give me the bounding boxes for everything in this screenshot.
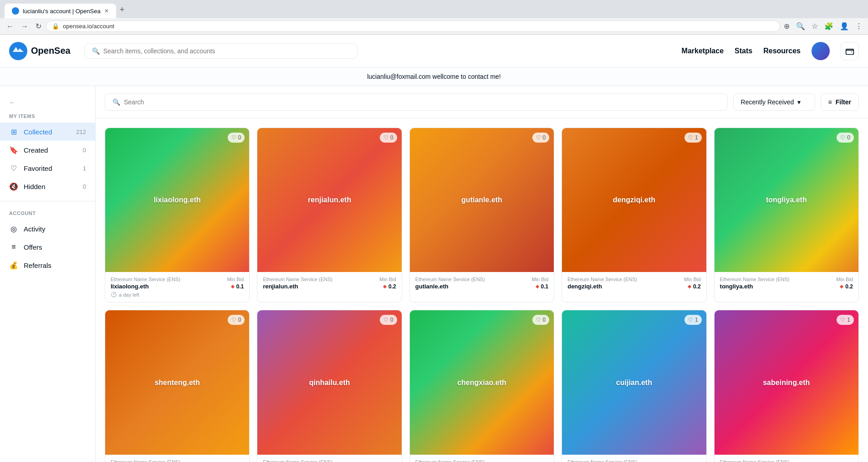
- like-count: 0: [390, 134, 393, 141]
- extensions-btn[interactable]: 🧩: [822, 20, 835, 32]
- nav-marketplace[interactable]: Marketplace: [682, 47, 724, 55]
- tab-close-btn[interactable]: ✕: [104, 8, 109, 14]
- nft-card-sabeining[interactable]: sabeining.eth ♡ 1 Ethereum Name Service …: [714, 310, 859, 462]
- eth-icon: ◆: [840, 284, 843, 289]
- sidebar-item-created[interactable]: 🔖 Created 0: [0, 141, 95, 159]
- nft-image-lixiaolong: lixiaolong.eth: [105, 128, 249, 272]
- nft-like-btn-tongliya[interactable]: ♡ 0: [837, 133, 854, 143]
- nft-collection: Ethereum Name Service (ENS): [111, 459, 244, 462]
- nft-card-tongliya[interactable]: tongliya.eth ♡ 0 Ethereum Name Service (…: [714, 128, 859, 303]
- nft-collection: Ethereum Name Service (ENS): [567, 459, 700, 462]
- nft-like-btn-renjialun[interactable]: ♡ 0: [380, 133, 397, 143]
- referrals-icon: 💰: [9, 261, 18, 270]
- nft-card-lixiaolong[interactable]: lixiaolong.eth ♡ 0 Ethereum Name Service…: [105, 128, 250, 303]
- logo-icon: [9, 42, 27, 60]
- sidebar-item-hidden[interactable]: 🔇 Hidden 0: [0, 177, 95, 195]
- nft-like-btn-dengziqi[interactable]: ♡ 1: [684, 133, 702, 143]
- nft-timer: 🕐 a day left: [111, 292, 244, 298]
- nft-card-gutianle[interactable]: gutianle.eth ♡ 0 Ethereum Name Service (…: [409, 128, 554, 303]
- filter-icon: ≡: [828, 98, 832, 106]
- sidebar-item-favorited[interactable]: ♡ Favorited 1: [0, 159, 95, 177]
- header-search-bar[interactable]: 🔍: [84, 43, 357, 59]
- wallet-button[interactable]: [841, 42, 859, 60]
- forward-button[interactable]: →: [18, 20, 31, 33]
- sort-dropdown[interactable]: Recently Received ▾: [733, 93, 815, 111]
- content-search[interactable]: 🔍: [105, 93, 728, 111]
- heart-icon: ♡: [688, 134, 693, 141]
- sidebar-hidden-count: 0: [83, 183, 86, 190]
- nft-like-btn-lixiaolong[interactable]: ♡ 0: [228, 133, 245, 143]
- new-tab-button[interactable]: +: [116, 1, 128, 18]
- tab-title: lucianliu's account | OpenSea: [23, 8, 101, 15]
- browser-controls: ← → ↻ 🔒 opensea.io/account ⊕ 🔍 ☆ 🧩 👤 ⋮: [0, 18, 868, 35]
- nft-like-btn-gutianle[interactable]: ♡ 0: [532, 133, 550, 143]
- nav-resources[interactable]: Resources: [763, 47, 801, 55]
- lock-icon: 🔒: [52, 23, 59, 30]
- nft-card-cuijian[interactable]: cuijian.eth ♡ 1 Ethereum Name Service (E…: [562, 310, 706, 462]
- nft-name-renjialun: renjialun.eth ◆ 0.2: [263, 283, 396, 290]
- sidebar-item-offers[interactable]: ≡ Offers: [0, 238, 95, 256]
- app-header: OpenSea 🔍 Marketplace Stats Resources: [0, 35, 868, 67]
- translate-btn[interactable]: ⊕: [782, 20, 791, 32]
- activity-icon: ◎: [9, 224, 18, 233]
- heart-icon: ♡: [231, 134, 236, 141]
- sidebar-item-referrals[interactable]: 💰 Referrals: [0, 256, 95, 274]
- nft-card-qinhailu[interactable]: qinhailu.eth ♡ 0 Ethereum Name Service (…: [257, 310, 402, 462]
- header-search-input[interactable]: [103, 47, 350, 55]
- nft-image-qinhailu: qinhailu.eth: [257, 310, 401, 454]
- bookmark-btn[interactable]: ☆: [810, 20, 820, 32]
- sidebar-created-label: Created: [24, 146, 77, 154]
- nft-like-btn-qinhailu[interactable]: ♡ 0: [380, 315, 397, 325]
- browser-tabs: lucianliu's account | OpenSea ✕ +: [5, 0, 128, 18]
- nft-price: ◆ 0.1: [536, 283, 549, 290]
- nft-like-btn-sabeining[interactable]: ♡ 1: [837, 315, 854, 325]
- sidebar-collected-count: 212: [76, 128, 86, 135]
- nft-collection: Ethereum Name Service (ENS) Min Bid: [263, 277, 396, 282]
- eth-icon: ◆: [383, 284, 387, 289]
- nft-price: ◆ 0.1: [231, 283, 244, 290]
- search-browser-btn[interactable]: 🔍: [794, 20, 807, 32]
- sidebar-activity-label: Activity: [24, 225, 86, 233]
- nav-stats[interactable]: Stats: [735, 47, 752, 55]
- sidebar-item-collected[interactable]: ⊞ Collected 212: [0, 123, 95, 141]
- heart-icon: ♡: [840, 317, 845, 323]
- nft-like-btn-shenteng[interactable]: ♡ 0: [228, 315, 245, 325]
- nft-card-dengziqi[interactable]: dengziqi.eth ♡ 1 Ethereum Name Service (…: [562, 128, 706, 303]
- reload-button[interactable]: ↻: [33, 19, 44, 33]
- nft-card-info-lixiaolong: Ethereum Name Service (ENS) Min Bid lixi…: [105, 272, 249, 302]
- sidebar-section-account: ACCOUNT: [0, 207, 95, 220]
- logo[interactable]: OpenSea: [9, 42, 71, 60]
- nft-price: ◆ 0.2: [688, 283, 701, 290]
- nft-card-info-tongliya: Ethereum Name Service (ENS) Min Bid tong…: [715, 272, 858, 294]
- sidebar-back-btn[interactable]: ←: [0, 95, 95, 110]
- browser-chrome: lucianliu's account | OpenSea ✕ +: [0, 0, 868, 18]
- filter-button[interactable]: ≡ Filter: [821, 93, 859, 111]
- nft-card-chengxiao[interactable]: chengxiao.eth ♡ 0 Ethereum Name Service …: [409, 310, 554, 462]
- eth-icon: ◆: [231, 284, 235, 289]
- menu-btn[interactable]: ⋮: [853, 20, 864, 32]
- nft-image-gutianle: gutianle.eth: [410, 128, 554, 272]
- header-avatar[interactable]: [812, 42, 830, 60]
- nft-card-info-renjialun: Ethereum Name Service (ENS) Min Bid renj…: [257, 272, 401, 294]
- browser-tab-active[interactable]: lucianliu's account | OpenSea ✕: [5, 4, 116, 18]
- nft-card-shenteng[interactable]: shenteng.eth ♡ 0 Ethereum Name Service (…: [105, 310, 250, 462]
- sidebar-referrals-label: Referrals: [24, 262, 86, 269]
- nft-card-info-shenteng: Ethereum Name Service (ENS) shenteng.eth: [105, 455, 249, 462]
- back-button[interactable]: ←: [4, 20, 16, 33]
- address-bar[interactable]: 🔒 opensea.io/account: [46, 21, 780, 32]
- offers-icon: ≡: [9, 242, 18, 252]
- nft-like-btn-cuijian[interactable]: ♡ 1: [684, 315, 702, 325]
- sidebar-item-activity[interactable]: ◎ Activity: [0, 220, 95, 238]
- profile-btn[interactable]: 👤: [838, 20, 851, 32]
- sidebar-divider: [0, 201, 95, 201]
- sidebar-created-count: 0: [83, 147, 86, 154]
- tab-favicon: [12, 7, 19, 15]
- nft-like-btn-chengxiao[interactable]: ♡ 0: [532, 315, 550, 325]
- search-icon-main: 🔍: [112, 98, 120, 106]
- nft-card-renjialun[interactable]: renjialun.eth ♡ 0 Ethereum Name Service …: [257, 128, 402, 303]
- content-search-input[interactable]: [124, 98, 720, 106]
- nft-collection: Ethereum Name Service (ENS): [720, 459, 853, 462]
- heart-icon: ♡: [688, 317, 693, 323]
- like-count: 0: [238, 134, 241, 141]
- like-count: 1: [695, 134, 698, 141]
